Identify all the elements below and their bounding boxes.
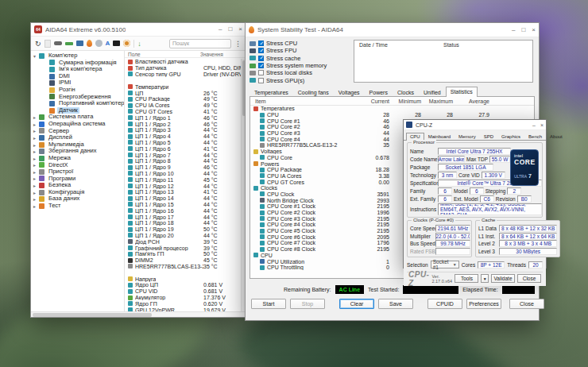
sensor-row[interactable]: CPU GT Cores 41 °C: [125, 109, 246, 115]
tree-item[interactable]: ▸ База даних: [31, 195, 124, 203]
sensor-row[interactable]: ЦП 1 / Ядро 18 44 °C: [125, 220, 246, 226]
tree-item[interactable]: ▸ Операційна система: [31, 121, 124, 128]
sensor-row[interactable]: ЦП 1 / Ядро 19 50 °C: [125, 226, 246, 233]
minimize-icon[interactable]: –: [219, 26, 222, 33]
stress-option-row[interactable]: Stress FPU: [250, 47, 351, 54]
tree-expand-arrow[interactable]: ▸: [33, 142, 39, 148]
table-row[interactable]: CPU 28 28 28 27.9: [250, 112, 534, 118]
sensor-row[interactable]: CPU IA Cores 49 °C: [125, 102, 246, 109]
tree-expand-arrow[interactable]: ▸: [33, 114, 39, 120]
tab[interactable]: Temperatures: [250, 87, 293, 96]
sensor-row[interactable]: ЦП 26 °C: [125, 90, 246, 96]
checkbox[interactable]: [258, 70, 264, 75]
checkbox[interactable]: [258, 78, 264, 83]
overflow-menu-icon[interactable]: ⋮: [234, 40, 242, 48]
devices-icon[interactable]: [76, 41, 83, 46]
close-button[interactable]: Close: [509, 299, 544, 309]
tree-expand-arrow[interactable]: ▸: [33, 135, 39, 141]
sensor-row[interactable]: ЦП 1 / Ядро 13 41 °C: [125, 189, 246, 195]
tree-expand-arrow[interactable]: ▸: [33, 203, 39, 209]
minimize-icon[interactable]: –: [532, 122, 536, 128]
sensor-row[interactable]: Сенсор типу GPU Driver (NV-DRV): [125, 71, 246, 78]
tree-expand-arrow[interactable]: ▾: [33, 53, 39, 59]
stress-option-row[interactable]: Stress CPU: [250, 40, 351, 47]
close-icon[interactable]: ×: [238, 26, 242, 33]
close-button[interactable]: Close: [517, 274, 541, 283]
screenshot-icon[interactable]: [113, 41, 120, 46]
tab[interactable]: SPD: [480, 133, 497, 140]
sensor-row[interactable]: ЦП 1 / Ядро 5 44 °C: [125, 140, 246, 146]
tools-button[interactable]: Tools: [455, 274, 478, 283]
column-header-maximum[interactable]: Maximum: [421, 99, 453, 104]
audit-icon[interactable]: A: [106, 40, 110, 47]
tree-item[interactable]: ▸ Тест: [31, 203, 124, 210]
sensor-row[interactable]: ЦП 1 / Ядро 7 44 °C: [125, 152, 246, 158]
close-icon[interactable]: ×: [540, 122, 544, 128]
stress-option-row[interactable]: Stress GPU(s): [250, 76, 351, 83]
close-icon[interactable]: ×: [532, 27, 536, 33]
fan-icon[interactable]: [95, 40, 103, 47]
stability-test-icon[interactable]: [87, 40, 92, 47]
stability-test-titlebar[interactable]: System Stability Test - AIDA64 – □ ×: [246, 23, 539, 37]
tree-expand-arrow[interactable]: ▸: [33, 149, 39, 154]
tab[interactable]: Graphics: [497, 133, 524, 140]
sensor-row[interactable]: ЦП 1 / Ядро 10 44 °C: [125, 171, 246, 177]
report-icon[interactable]: [44, 40, 51, 48]
sensor-row[interactable]: Ядро ЦП 0.681 V: [125, 282, 246, 288]
cpuz-titlebar[interactable]: CPU-Z – ×: [404, 120, 546, 130]
checkbox[interactable]: [258, 63, 264, 68]
table-row[interactable]: Temperatures: [250, 106, 534, 112]
tab[interactable]: Unified: [419, 87, 446, 96]
tab[interactable]: Clocks: [393, 87, 419, 96]
tools-dropdown-arrow[interactable]: ▼: [481, 274, 489, 283]
sensor-row[interactable]: ЦП 1 / Ядро 2 46 °C: [125, 121, 246, 127]
checkbox[interactable]: [258, 48, 264, 53]
tab[interactable]: Powers: [365, 87, 393, 96]
preferences-button[interactable]: Preferences: [466, 299, 501, 309]
start-button[interactable]: Start: [251, 299, 286, 309]
tab[interactable]: Voltages: [334, 87, 365, 96]
sensor-row[interactable]: Властивості датчика: [125, 59, 246, 65]
sensor-row[interactable]: DIMM2 45 °C: [125, 257, 246, 264]
tree-item[interactable]: ▸ Пристрої: [31, 168, 124, 176]
tab[interactable]: About: [546, 133, 567, 140]
sensor-row[interactable]: Температури: [125, 83, 246, 90]
tree-expand-arrow[interactable]: ▸: [33, 156, 39, 161]
sensor-row[interactable]: ЦП 1 / Ядро 6 41 °C: [125, 145, 246, 152]
sensor-row[interactable]: HRE5RR777B5LCAS-E13-2 35 °C: [125, 264, 246, 270]
clear-button[interactable]: Clear: [339, 299, 374, 309]
search-input[interactable]: [169, 39, 231, 48]
tab[interactable]: Statistics: [446, 87, 478, 97]
sensor-row[interactable]: ЦП 1 / Ядро 4 44 °C: [125, 133, 246, 140]
tree-item[interactable]: ▸ Програми: [31, 176, 124, 183]
tab[interactable]: Cooling fans: [293, 87, 334, 96]
scrollbar-thumb[interactable]: [33, 313, 152, 317]
tree-item[interactable]: DMI: [31, 73, 124, 80]
sensor-row[interactable]: ЦП 1 / Ядро 11 45 °C: [125, 176, 246, 183]
sensor-row[interactable]: Пам'ять ГП 50 °C: [125, 251, 246, 257]
tree-expand-arrow[interactable]: ▸: [33, 162, 39, 168]
tab[interactable]: Memory: [455, 133, 480, 140]
tree-item[interactable]: ▸ Сервер: [31, 128, 124, 135]
tree-expand-arrow[interactable]: ▸: [33, 128, 39, 133]
tree-expand-arrow[interactable]: ▸: [33, 190, 39, 195]
socket-selection-dropdown[interactable]: Socket #1 ▼: [431, 261, 459, 268]
tree-expand-arrow[interactable]: ▸: [33, 176, 39, 181]
sensor-row[interactable]: ЦП 1 / Ядро 16 44 °C: [125, 207, 246, 214]
stress-option-row[interactable]: Stress system memory: [250, 62, 351, 69]
sensor-row[interactable]: Напруга: [125, 276, 246, 282]
sensor-row[interactable]: Акумулятор 17.376 V: [125, 295, 246, 301]
sensor-row[interactable]: Діод PCH 39 °C: [125, 238, 246, 245]
sensor-row[interactable]: ЦП 1 / Ядро 17 44 °C: [125, 214, 246, 220]
sensor-row[interactable]: Ядро ГП 0.620 V: [125, 300, 246, 307]
tree-expand-arrow[interactable]: ▸: [33, 183, 39, 188]
sensor-row[interactable]: CPU VID 0.681 V: [125, 288, 246, 295]
column-header-average[interactable]: Average: [453, 99, 489, 104]
checkbox[interactable]: [258, 56, 264, 61]
refresh-icon[interactable]: ↻: [35, 40, 41, 48]
sensor-row[interactable]: [125, 269, 246, 276]
sensor-row[interactable]: ЦП 1 / Ядро 15 44 °C: [125, 202, 246, 208]
stress-option-row[interactable]: Stress cache: [250, 55, 351, 62]
update-icon[interactable]: ↓: [137, 40, 141, 48]
sensor-row[interactable]: ЦП 1 / Ядро 20 44 °C: [125, 233, 246, 239]
